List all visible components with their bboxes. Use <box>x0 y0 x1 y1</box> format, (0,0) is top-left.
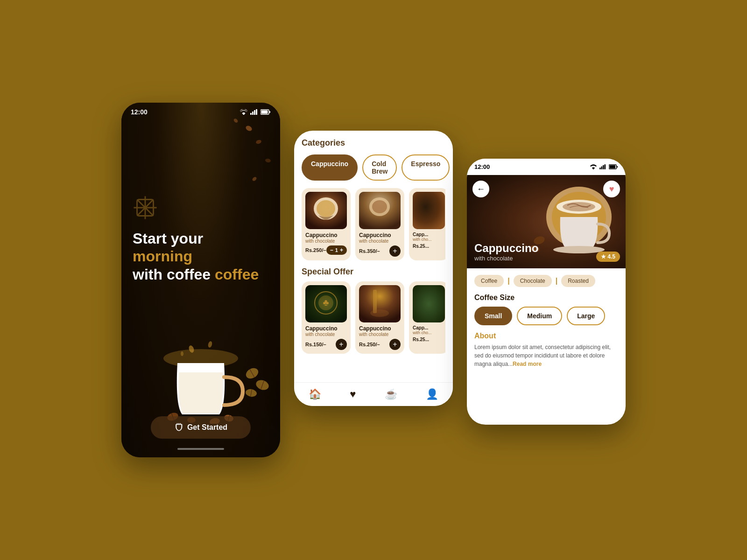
product-image-2 <box>359 192 401 229</box>
product-card-3[interactable]: Capp... with cho... Rs.25... <box>409 188 445 260</box>
favorite-button[interactable]: ♥ <box>603 181 620 197</box>
bottom-navigation: 🏠 ♥ ☕ 👤 <box>294 382 453 406</box>
splash-headline: Start your morning with coffee coffee <box>133 230 259 283</box>
signal-icon <box>250 109 258 115</box>
detail-product-name: Cappuccino <box>474 242 538 255</box>
detail-status-time: 12:00 <box>474 163 490 170</box>
tag-sep-1: | <box>507 277 509 285</box>
special-name-1: Cappuccino <box>305 325 347 332</box>
svg-point-20 <box>207 341 212 348</box>
svg-rect-13 <box>254 110 255 115</box>
detail-battery-icon <box>609 164 618 169</box>
pill-espresso[interactable]: Espresso <box>402 154 450 181</box>
add-button-special-1[interactable]: + <box>336 339 347 350</box>
tag-sep-2: | <box>556 277 557 285</box>
product-price-3: Rs.25... <box>413 244 429 249</box>
nav-orders[interactable]: ☕ <box>385 388 397 400</box>
product-name-1: Cappuccino <box>305 232 347 238</box>
pill-cappuccino[interactable]: Cappuccino <box>302 154 358 181</box>
cappuccino-img-2 <box>359 192 401 229</box>
special-card-1[interactable]: ♣ Cappuccino with chocolate Rs.150/– + <box>302 281 351 354</box>
special-image-3 <box>413 285 445 322</box>
svg-rect-17 <box>269 111 270 113</box>
svg-rect-43 <box>599 168 601 169</box>
tags-row: Coffee | Chocolate | Roasted <box>474 275 618 287</box>
svg-point-41 <box>370 309 389 317</box>
cappuccino-img-3 <box>413 192 445 229</box>
status-time: 12:00 <box>131 108 148 116</box>
status-icons <box>240 109 271 115</box>
special-price-3: Rs.25... <box>413 337 429 342</box>
home-indicator <box>177 448 224 450</box>
special-price-row-1: Rs.150/– + <box>305 339 347 350</box>
read-more-link[interactable]: Read more <box>513 361 542 367</box>
svg-point-54 <box>563 202 595 211</box>
detail-wifi-icon <box>590 164 597 169</box>
size-small[interactable]: Small <box>474 307 512 325</box>
special-sub-1: with chocolate <box>305 332 347 337</box>
menu-screen: Categories Cappuccino Cold Brew Espresso <box>294 131 453 406</box>
special-image-2 <box>359 285 401 322</box>
svg-point-33 <box>372 200 387 213</box>
detail-product-sub: with chocolate <box>474 255 538 262</box>
add-button-2[interactable]: + <box>389 245 401 257</box>
product-name-2: Cappuccino <box>359 232 401 238</box>
category-pills: Cappuccino Cold Brew Espresso <box>302 154 445 181</box>
special-offer-row: ♣ Cappuccino with chocolate Rs.150/– + <box>302 281 445 354</box>
svg-rect-11 <box>250 113 252 115</box>
tag-chocolate: Chocolate <box>514 275 552 287</box>
battery-icon <box>261 109 271 115</box>
product-name-3: Capp... <box>413 232 445 237</box>
splash-coffee-cup <box>154 312 247 424</box>
product-sub-2: with chocolate <box>359 238 401 244</box>
special-img-3 <box>413 285 445 322</box>
detail-status-icons <box>590 164 618 169</box>
special-name-3: Capp... <box>413 325 445 330</box>
coffee-cup-icon <box>174 423 183 432</box>
product-card-2[interactable]: Cappuccino with chocolate Rs.350/– + <box>355 188 404 260</box>
svg-rect-12 <box>252 112 254 115</box>
rating-badge: ★ 4.5 <box>596 252 620 262</box>
product-card-1[interactable]: Cappuccino with chocolate Rs.250/– − 1 + <box>302 188 351 260</box>
special-price-row-2: Rs.250/– + <box>359 339 401 350</box>
special-card-3[interactable]: Capp... with cho... Rs.25... <box>409 281 445 354</box>
product-price-2: Rs.350/– <box>359 248 380 254</box>
svg-rect-39 <box>359 285 401 322</box>
about-text: Lorem ipsum dolor sit amet, consectetur … <box>474 343 618 368</box>
back-button[interactable]: ← <box>472 181 489 197</box>
qty-increase-1[interactable]: + <box>340 247 343 253</box>
product-price-1: Rs.250/– <box>305 247 326 253</box>
special-offer-heading: Special Offer <box>302 267 445 277</box>
nav-home[interactable]: 🏠 <box>309 388 321 400</box>
nav-profile[interactable]: 👤 <box>426 388 438 400</box>
special-price-row-3: Rs.25... <box>413 337 445 342</box>
categories-heading: Categories <box>302 138 445 148</box>
qty-decrease-1[interactable]: − <box>330 247 333 253</box>
detail-signal-icon <box>599 164 606 169</box>
special-price-1: Rs.150/– <box>305 342 326 347</box>
nav-favorites[interactable]: ♥ <box>350 388 356 400</box>
size-medium[interactable]: Medium <box>517 307 562 325</box>
size-options: Small Medium Large <box>474 307 618 325</box>
get-started-button[interactable]: Get Started <box>151 416 251 439</box>
special-name-2: Cappuccino <box>359 325 401 332</box>
svg-rect-16 <box>261 111 268 114</box>
special-price-2: Rs.250/– <box>359 342 380 347</box>
pill-coldbrew[interactable]: Cold Brew <box>362 154 397 181</box>
special-img-1: ♣ <box>305 285 347 322</box>
svg-rect-44 <box>601 167 603 169</box>
cappuccino-img-1 <box>305 192 347 229</box>
hero-title-area: Cappuccino with chocolate <box>474 242 538 262</box>
svg-rect-14 <box>256 109 257 115</box>
add-button-special-2[interactable]: + <box>389 339 401 350</box>
size-large[interactable]: Large <box>567 307 605 325</box>
products-row: Cappuccino with chocolate Rs.250/– − 1 + <box>302 188 445 260</box>
svg-point-21 <box>181 351 183 356</box>
svg-rect-48 <box>609 165 615 168</box>
special-card-2[interactable]: Cappuccino with chocolate Rs.250/– + <box>355 281 404 354</box>
special-image-1: ♣ <box>305 285 347 322</box>
tag-coffee: Coffee <box>474 275 504 287</box>
product-image-1 <box>305 192 347 229</box>
qty-control-1[interactable]: − 1 + <box>326 245 347 255</box>
splash-screen: 12:00 <box>121 103 280 457</box>
